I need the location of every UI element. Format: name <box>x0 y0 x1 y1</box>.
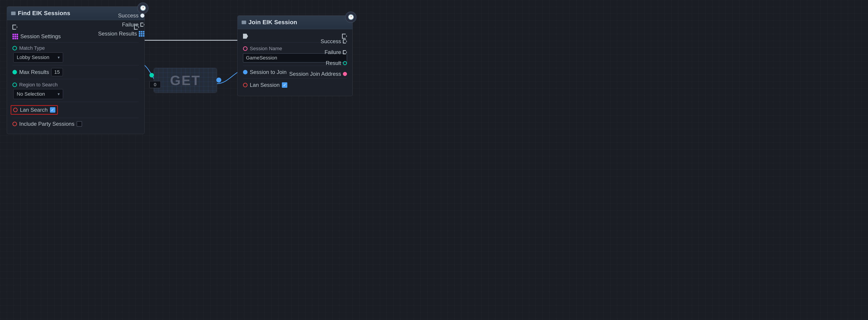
find-exec-in[interactable] <box>12 25 18 30</box>
include-party-label: Include Party Sessions <box>19 121 74 127</box>
join-exec-in[interactable] <box>243 34 248 39</box>
join-exec-out[interactable] <box>342 34 347 39</box>
match-type-arrow: ▾ <box>58 55 60 60</box>
lan-session-pin[interactable] <box>243 83 248 87</box>
session-name-pin[interactable] <box>243 46 248 51</box>
match-type-section: Match Type Lobby Session ▾ <box>12 45 139 62</box>
find-node-body: Session Settings Success Failure Session… <box>7 20 145 134</box>
join-node-icon <box>242 21 246 24</box>
session-settings-icon <box>12 34 18 39</box>
session-results-output-label: Session Results <box>98 31 137 37</box>
success-pin[interactable] <box>141 13 145 18</box>
lan-search-pin[interactable] <box>13 108 18 112</box>
join-success-label: Success <box>320 38 341 45</box>
region-section: Region to Search No Selection ▾ <box>12 82 139 99</box>
include-party-row: Include Party Sessions <box>12 121 139 127</box>
lan-session-checkbox[interactable]: ✓ <box>282 82 287 88</box>
lan-search-highlight: Lan Search ✓ <box>11 105 58 115</box>
join-eik-session-node: 🕐 Join EIK Session Success Failure Resul… <box>237 16 352 96</box>
find-node-title: Find EIK Sessions <box>18 10 70 17</box>
find-node-clock: 🕐 <box>137 2 149 14</box>
success-output-label: Success <box>118 12 138 19</box>
get-label: GET <box>170 72 200 88</box>
session-name-label: Session Name <box>250 46 282 52</box>
find-eik-sessions-node: 🕐 Find EIK Sessions Session Settings Suc… <box>7 6 145 134</box>
join-node-clock: 🕐 <box>345 11 356 23</box>
match-type-label: Match Type <box>19 45 45 51</box>
join-exec-row <box>243 34 347 39</box>
region-pin[interactable] <box>12 83 17 87</box>
include-party-checkbox[interactable] <box>76 121 82 127</box>
join-node-body: Success Failure Result Session Join Addr… <box>238 29 352 96</box>
region-label: Region to Search <box>19 82 58 88</box>
get-node: 0 GET <box>154 68 217 93</box>
join-failure-label: Failure <box>324 49 341 55</box>
join-success-pin[interactable] <box>343 39 347 43</box>
match-type-value: Lobby Session <box>17 55 49 60</box>
join-result-label: Result <box>326 60 341 66</box>
find-node-icon <box>11 11 16 15</box>
region-value: No Selection <box>17 91 45 97</box>
match-type-pin[interactable] <box>12 46 17 51</box>
include-party-pin[interactable] <box>12 122 17 126</box>
max-results-value[interactable]: 15 <box>51 68 63 76</box>
session-results-icon <box>139 31 145 37</box>
join-result-pin[interactable] <box>343 61 347 65</box>
region-dropdown[interactable]: No Selection ▾ <box>13 89 63 99</box>
join-failure-pin[interactable] <box>343 50 347 54</box>
lan-session-row: Lan Session ✓ <box>243 82 347 88</box>
get-left-exec-pin[interactable] <box>149 73 154 77</box>
join-address-label: Session Join Address <box>289 71 341 77</box>
failure-pin[interactable] <box>141 23 145 27</box>
max-results-row: Max Results 15 <box>12 68 139 76</box>
join-address-pin[interactable] <box>343 72 347 76</box>
join-node-header: Join EIK Session <box>238 16 352 29</box>
lan-session-label: Lan Session <box>250 82 280 88</box>
join-node-title: Join EIK Session <box>248 19 297 26</box>
lan-search-checkbox[interactable]: ✓ <box>50 107 55 113</box>
session-settings-label: Session Settings <box>20 33 61 39</box>
find-exec-row <box>12 25 139 30</box>
session-to-join-pin[interactable] <box>243 70 248 75</box>
lan-search-label: Lan Search <box>20 107 48 113</box>
get-right-pin[interactable] <box>216 78 221 83</box>
get-index-value[interactable]: 0 <box>149 81 161 88</box>
lan-search-row: Lan Search ✓ <box>12 105 139 115</box>
session-to-join-label: Session to Join <box>250 69 287 75</box>
max-results-pin[interactable] <box>12 70 17 75</box>
match-type-dropdown[interactable]: Lobby Session ▾ <box>13 53 63 62</box>
get-node-body: 0 GET <box>154 68 217 93</box>
failure-output-label: Failure <box>122 22 138 28</box>
region-arrow: ▾ <box>58 92 60 96</box>
max-results-label: Max Results <box>19 69 49 75</box>
